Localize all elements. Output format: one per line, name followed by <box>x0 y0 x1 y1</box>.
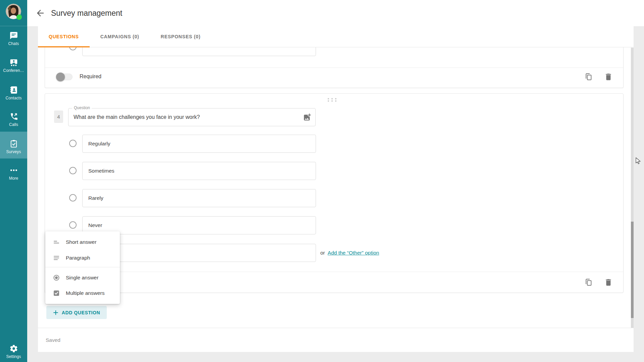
tab-bar: QUESTIONS CAMPAIGNS (0) RESPONSES (0) <box>38 26 634 47</box>
question-card: 4 Question or Add the “Other” option <box>45 93 624 293</box>
trash-icon <box>604 73 613 81</box>
tab-responses[interactable]: RESPONSES (0) <box>150 26 212 47</box>
menu-item-label: Multiple answers <box>66 290 104 296</box>
duplicate-question-button[interactable] <box>584 73 593 81</box>
back-button[interactable] <box>35 8 45 18</box>
sidebar-item-conferences[interactable]: Conferen… <box>0 58 27 73</box>
sidebar-item-label: Settings <box>0 354 27 359</box>
menu-item-multiple-answers[interactable]: Multiple answers <box>45 286 120 301</box>
calls-icon <box>9 112 18 121</box>
option-input[interactable] <box>82 47 316 56</box>
menu-item-single-answer[interactable]: Single answer <box>45 270 120 285</box>
settings-gear-icon <box>9 344 18 353</box>
plus-icon <box>53 310 58 315</box>
required-toggle[interactable] <box>57 74 73 80</box>
more-icon <box>9 166 18 175</box>
option-radio[interactable] <box>69 194 77 201</box>
add-other-row: or Add the “Other” option <box>320 244 379 262</box>
delete-question-button[interactable] <box>604 73 613 81</box>
duplicate-icon <box>584 278 593 287</box>
avatar[interactable] <box>6 4 21 19</box>
drag-dots-icon <box>327 98 337 102</box>
duplicate-question-button[interactable] <box>584 278 593 287</box>
scrollbar-thumb[interactable] <box>631 222 634 318</box>
or-text: or <box>320 250 325 256</box>
question-number-badge: 4 <box>54 110 63 123</box>
page-title: Survey management <box>51 0 122 26</box>
tab-campaigns[interactable]: CAMPAIGNS (0) <box>90 26 150 47</box>
back-arrow-icon <box>35 8 45 18</box>
card-divider <box>45 67 623 68</box>
sidebar-item-label: Contacts <box>0 96 27 100</box>
mouse-cursor <box>635 157 642 165</box>
add-photo-icon <box>303 113 312 122</box>
sidebar-divider <box>0 26 27 26</box>
surveys-icon <box>9 139 18 148</box>
checkbox-checked-icon <box>53 289 60 297</box>
scrollbar-track[interactable] <box>631 48 634 328</box>
save-status-text: Saved <box>46 328 60 352</box>
previous-question-card: Required <box>45 47 624 88</box>
sidebar-item-label: Chats <box>0 41 27 46</box>
option-radio[interactable] <box>69 140 77 147</box>
sidebar-item-label: Surveys <box>0 149 27 154</box>
trash-icon <box>604 278 613 287</box>
menu-item-label: Paragraph <box>66 255 90 261</box>
sidebar-item-contacts[interactable]: Contacts <box>0 86 27 100</box>
sidebar: Chats Conferen… Contacts Calls <box>0 0 27 362</box>
conferences-icon <box>9 58 18 67</box>
question-text-input[interactable] <box>68 108 316 126</box>
sidebar-item-chats[interactable]: Chats <box>0 31 27 46</box>
menu-item-paragraph[interactable]: Paragraph <box>45 251 120 265</box>
menu-item-short-answer[interactable]: Short answer <box>45 235 120 250</box>
sidebar-item-label: Conferen… <box>0 68 27 73</box>
drag-handle[interactable] <box>327 97 337 103</box>
sidebar-item-more[interactable]: More <box>0 166 27 181</box>
radio-selected-icon <box>53 274 60 281</box>
survey-editor-panel: QUESTIONS CAMPAIGNS (0) RESPONSES (0) Re… <box>38 26 634 352</box>
menu-item-label: Short answer <box>66 239 96 245</box>
add-question-label: ADD QUESTION <box>62 310 100 315</box>
contacts-icon <box>9 86 18 94</box>
sidebar-item-label: Calls <box>0 122 27 127</box>
duplicate-icon <box>584 73 593 81</box>
menu-divider <box>45 267 120 267</box>
answer-type-menu: Short answer Paragraph Single answer Mul… <box>45 231 120 304</box>
online-status-dot <box>16 14 22 20</box>
menu-item-label: Single answer <box>66 275 98 281</box>
sidebar-item-settings[interactable]: Settings <box>0 344 27 359</box>
chats-icon <box>9 31 18 40</box>
short-answer-icon <box>53 238 60 246</box>
add-image-button[interactable] <box>303 113 312 122</box>
paragraph-icon <box>53 254 60 262</box>
tab-questions[interactable]: QUESTIONS <box>38 26 90 47</box>
option-input[interactable] <box>82 135 316 153</box>
sidebar-item-surveys[interactable]: Surveys <box>0 132 27 159</box>
toggle-knob <box>56 73 65 81</box>
page-header: Survey management <box>27 0 644 26</box>
card-divider <box>45 272 623 272</box>
add-other-option-link[interactable]: Add the “Other” option <box>328 250 379 256</box>
required-label: Required <box>80 74 101 80</box>
save-status-bar: Saved <box>38 328 634 352</box>
question-field: Question <box>68 108 316 126</box>
option-input[interactable] <box>82 162 316 180</box>
option-radio[interactable] <box>69 47 77 50</box>
question-field-label: Question <box>72 105 92 110</box>
option-radio[interactable] <box>69 167 77 174</box>
add-question-button[interactable]: ADD QUESTION <box>46 306 107 319</box>
sidebar-item-label: More <box>0 176 27 181</box>
sidebar-item-calls[interactable]: Calls <box>0 112 27 127</box>
option-radio[interactable] <box>69 221 77 229</box>
delete-question-button[interactable] <box>604 278 613 287</box>
option-input[interactable] <box>82 189 316 207</box>
